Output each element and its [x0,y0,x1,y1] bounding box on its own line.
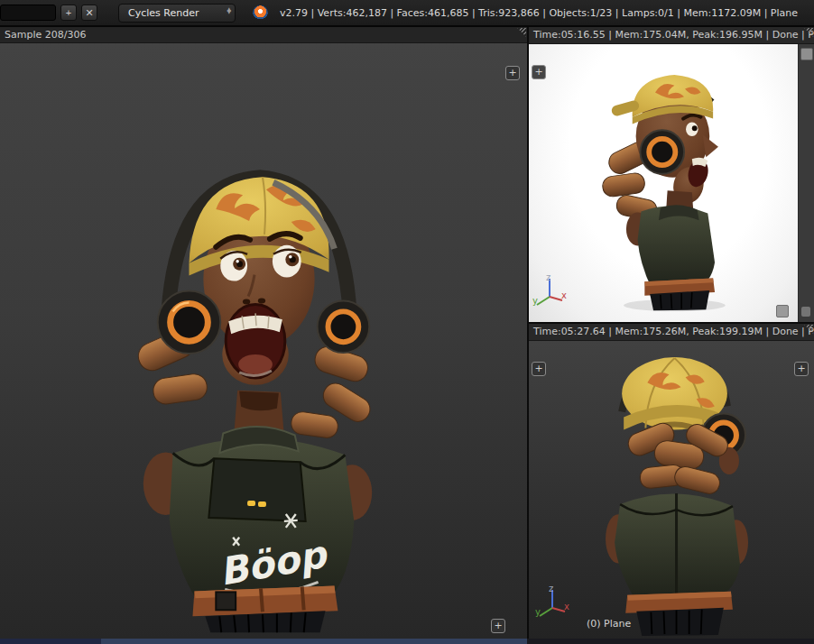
timeline-segment [0,639,101,644]
axis-y-label: y [535,607,541,617]
axis-x-label: x [564,602,569,612]
axis-y-label: y [532,296,538,306]
main-render-viewport: Sample 208/306 [0,27,527,639]
render-status-side: Time:05:16.55 | Mem:175.04M, Peak:196.95… [533,29,814,41]
object-info-label: (0) Plane [587,618,631,630]
axis-gizmo: z y x [535,584,569,622]
render-sample-status: Sample 208/306 [5,29,86,41]
axis-x-label: x [561,290,567,300]
add-screen-button[interactable]: + [60,5,77,21]
character-render-side [594,51,747,315]
blender-window: + ✕ Cycles Render ▲▼ v2.79 | Verts:462,1… [0,0,814,644]
render-status-back: Time:05:27.64 | Mem:175.26M, Peak:199.19… [533,326,814,337]
back-viewport-header: Time:05:27.64 | Mem:175.26M, Peak:199.19… [529,324,814,341]
axis-gizmo: z y x [532,273,567,311]
vest: Böop [170,427,355,602]
info-header: + ✕ Cycles Render ▲▼ v2.79 | Verts:462,1… [0,0,814,27]
scrollbar-thumb[interactable] [801,307,810,317]
right-column: Time:05:16.55 | Mem:175.04M, Peak:196.95… [529,27,814,639]
expand-region-button[interactable]: + [505,66,520,80]
scrollbar-widget[interactable] [800,48,813,60]
render-engine-label: Cycles Render [128,7,199,19]
side-render-area[interactable]: z y x + [529,44,814,322]
blender-logo-icon [253,5,268,21]
dropdown-arrows-icon: ▲▼ [227,7,231,14]
scene-stats: v2.79 | Verts:462,187 | Faces:461,685 | … [280,7,798,19]
character-render-front: Böop [116,93,402,634]
axis-z-label: z [549,584,553,593]
expand-region-button[interactable]: + [532,362,546,376]
axis-z-label: z [546,273,550,282]
main-viewport-header: Sample 208/306 [0,27,527,43]
side-viewport-header: Time:05:16.55 | Mem:175.04M, Peak:196.95… [529,27,814,44]
timeline-segment [101,639,527,644]
main-render-area[interactable]: Böop + + [0,43,527,639]
back-render-area[interactable]: z y x + + (0) Plane [529,341,814,639]
back-render-viewport: Time:05:27.64 | Mem:175.26M, Peak:199.19… [529,324,814,639]
scrollbar[interactable] [798,44,814,322]
expand-region-button[interactable]: + [491,619,505,633]
side-render-viewport: Time:05:16.55 | Mem:175.04M, Peak:196.95… [529,27,814,322]
timeline-strip [0,639,814,644]
region-handle[interactable] [776,305,789,317]
timeline-segment [527,639,814,644]
area-corner-grip[interactable] [514,28,526,40]
expand-region-button[interactable]: + [794,362,809,376]
character-render-back [590,346,751,637]
delete-screen-button[interactable]: ✕ [81,5,97,21]
render-engine-dropdown[interactable]: Cycles Render ▲▼ [118,4,236,23]
screen-layout-name-field[interactable] [0,5,56,21]
expand-region-button[interactable]: + [532,65,546,79]
